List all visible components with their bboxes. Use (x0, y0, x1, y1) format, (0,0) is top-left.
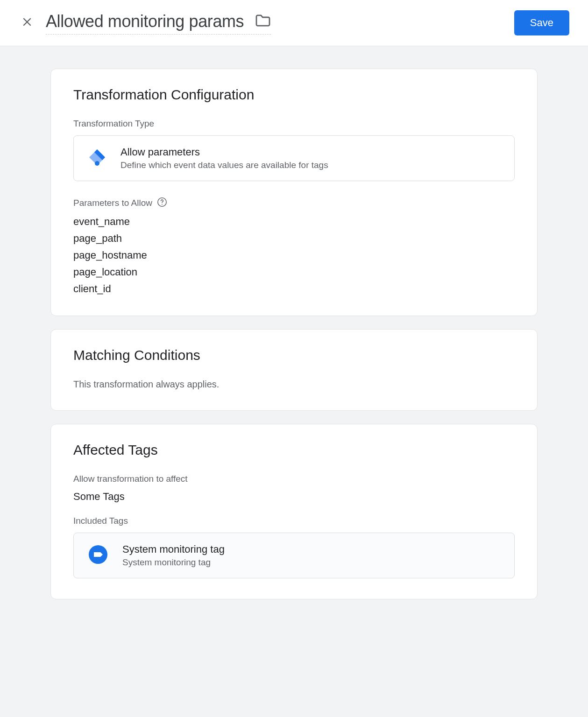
parameter-item: page_path (73, 232, 515, 245)
svg-point-6 (162, 204, 163, 205)
parameter-item: client_id (73, 283, 515, 295)
editor-body: Transformation Configuration Transformat… (0, 46, 588, 627)
transformation-config-card: Transformation Configuration Transformat… (50, 69, 538, 316)
title-input[interactable]: Allowed monitoring params (46, 12, 271, 35)
affect-scope-value: Some Tags (73, 491, 515, 503)
folder-icon[interactable] (255, 14, 271, 29)
tag-subtitle: System monitoring tag (122, 557, 225, 568)
editor-header: Allowed monitoring params Save (0, 0, 588, 46)
tag-title: System monitoring tag (122, 543, 225, 555)
tag-icon (88, 544, 108, 567)
save-button[interactable]: Save (514, 10, 569, 35)
type-title: Allow parameters (120, 146, 328, 158)
parameter-item: page_hostname (73, 249, 515, 261)
card-heading: Transformation Configuration (73, 87, 515, 103)
parameter-item: page_location (73, 266, 515, 278)
gtm-icon (88, 148, 106, 169)
parameter-item: event_name (73, 216, 515, 228)
transformation-type-label: Transformation Type (73, 119, 515, 129)
matching-conditions-text: This transformation always applies. (73, 379, 515, 390)
transformation-type-selector[interactable]: Allow parameters Define which event data… (73, 135, 515, 181)
transformation-name: Allowed monitoring params (46, 12, 244, 31)
included-tag-item[interactable]: System monitoring tagSystem monitoring t… (73, 533, 515, 578)
affect-scope-label: Allow transformation to affect (73, 474, 515, 484)
included-tags-label: Included Tags (73, 516, 515, 526)
svg-point-4 (95, 161, 99, 166)
close-icon[interactable] (21, 16, 33, 29)
card-heading: Affected Tags (73, 442, 515, 458)
card-heading: Matching Conditions (73, 347, 515, 363)
parameter-list: event_namepage_pathpage_hostnamepage_loc… (73, 216, 515, 295)
matching-conditions-card: Matching Conditions This transformation … (50, 329, 538, 411)
help-icon[interactable] (157, 197, 167, 209)
affected-tags-card: Affected Tags Allow transformation to af… (50, 424, 538, 599)
type-description: Define which event data values are avail… (120, 160, 328, 170)
params-label: Parameters to Allow (73, 198, 152, 208)
